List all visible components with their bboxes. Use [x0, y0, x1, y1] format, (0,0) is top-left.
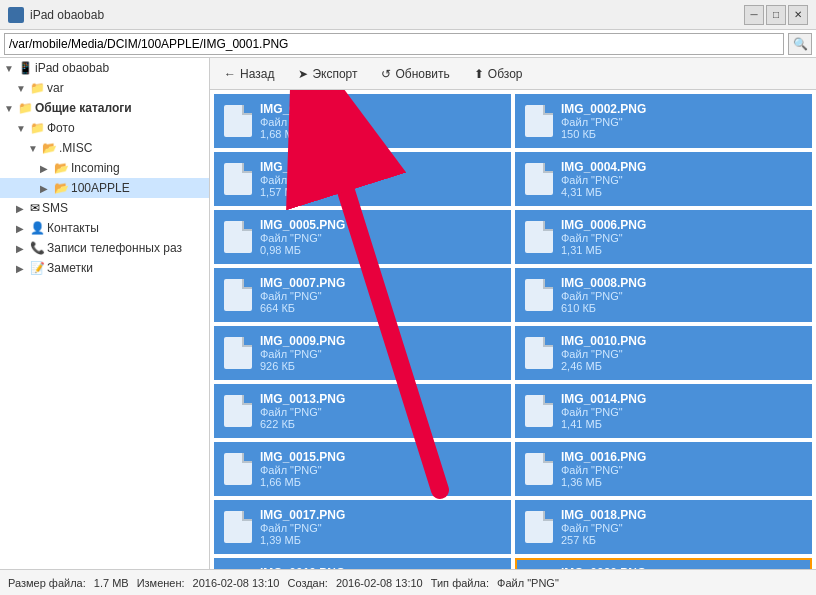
file-size: 1,66 МБ [260, 476, 345, 488]
window-title: iPad obaobab [30, 8, 104, 22]
sidebar-item-misc[interactable]: ▼📂.MISC [0, 138, 209, 158]
browse-button[interactable]: ⬆ Обзор [468, 65, 529, 83]
file-icon [224, 395, 252, 427]
file-item[interactable]: IMG_0001.PNGФайл "PNG"1,68 МБ [214, 94, 511, 148]
file-name: IMG_0003.PNG [260, 160, 345, 174]
tree-icon-ipad-root: 📱 [18, 61, 33, 75]
file-item[interactable]: IMG_0018.PNGФайл "PNG"257 КБ [515, 500, 812, 554]
file-item[interactable]: IMG_0016.PNGФайл "PNG"1,36 МБ [515, 442, 812, 496]
file-item[interactable]: IMG_0020.PNGФайл "PNG"1,08 МБ [515, 558, 812, 569]
back-label: Назад [240, 67, 274, 81]
file-size: 1,41 МБ [561, 418, 646, 430]
file-icon [525, 221, 553, 253]
sidebar-item-ipad-root[interactable]: ▼📱iPad obaobab [0, 58, 209, 78]
created-label: Создан: [287, 577, 327, 589]
sidebar-item-calls[interactable]: ▶📞Записи телефонных раз [0, 238, 209, 258]
tree-label-foto: Фото [47, 121, 75, 135]
toolbar: ← Назад ➤ Экспорт ↺ Обновить ⬆ Обзор [210, 58, 816, 90]
close-button[interactable]: ✕ [788, 5, 808, 25]
minimize-button[interactable]: ─ [744, 5, 764, 25]
file-item[interactable]: IMG_0007.PNGФайл "PNG"664 КБ [214, 268, 511, 322]
file-info: IMG_0003.PNGФайл "PNG"1,57 МБ [260, 160, 345, 198]
sidebar-item-incoming[interactable]: ▶📂Incoming [0, 158, 209, 178]
file-icon [525, 337, 553, 369]
file-item[interactable]: IMG_0014.PNGФайл "PNG"1,41 МБ [515, 384, 812, 438]
content-wrapper: ← Назад ➤ Экспорт ↺ Обновить ⬆ Обзор IMG… [210, 58, 816, 569]
tree-label-calls: Записи телефонных раз [47, 241, 182, 255]
status-bar: Размер файла: 1.7 MB Изменен: 2016-02-08… [0, 569, 816, 595]
file-type: Файл "PNG" [260, 290, 345, 302]
size-label: Размер файла: [8, 577, 86, 589]
sidebar-item-sms[interactable]: ▶✉SMS [0, 198, 209, 218]
tree-label-general: Общие каталоги [35, 101, 132, 115]
file-name: IMG_0016.PNG [561, 450, 646, 464]
file-size: 664 КБ [260, 302, 345, 314]
file-info: IMG_0018.PNGФайл "PNG"257 КБ [561, 508, 646, 546]
file-grid: IMG_0001.PNGФайл "PNG"1,68 МБIMG_0002.PN… [210, 90, 816, 569]
tree-icon-general: 📁 [18, 101, 33, 115]
expand-icon-notes: ▶ [16, 263, 28, 274]
file-item[interactable]: IMG_0004.PNGФайл "PNG"4,31 МБ [515, 152, 812, 206]
file-item[interactable]: IMG_0017.PNGФайл "PNG"1,39 МБ [214, 500, 511, 554]
file-type: Файл "PNG" [561, 232, 646, 244]
expand-icon-misc: ▼ [28, 143, 40, 154]
tree-icon-sms: ✉ [30, 201, 40, 215]
sidebar-item-apple100[interactable]: ▶📂100APPLE [0, 178, 209, 198]
file-size: 4,31 МБ [561, 186, 646, 198]
file-size: 0,98 МБ [260, 244, 345, 256]
app-icon [8, 7, 24, 23]
sidebar-item-foto[interactable]: ▼📁Фото [0, 118, 209, 138]
file-item[interactable]: IMG_0010.PNGФайл "PNG"2,46 МБ [515, 326, 812, 380]
file-size: 926 КБ [260, 360, 345, 372]
tree-icon-contacts: 👤 [30, 221, 45, 235]
file-size: 610 КБ [561, 302, 646, 314]
sidebar-item-var[interactable]: ▼📁var [0, 78, 209, 98]
file-info: IMG_0009.PNGФайл "PNG"926 КБ [260, 334, 345, 372]
file-info: IMG_0016.PNGФайл "PNG"1,36 МБ [561, 450, 646, 488]
file-name: IMG_0014.PNG [561, 392, 646, 406]
expand-icon-general: ▼ [4, 103, 16, 114]
refresh-button[interactable]: ↺ Обновить [375, 65, 455, 83]
file-item[interactable]: IMG_0003.PNGФайл "PNG"1,57 МБ [214, 152, 511, 206]
file-type: Файл "PNG" [561, 290, 646, 302]
address-input[interactable] [4, 33, 784, 55]
tree-label-sms: SMS [42, 201, 68, 215]
file-item[interactable]: IMG_0019.PNGФайл "PNG"1,20 МБ [214, 558, 511, 569]
file-item[interactable]: IMG_0008.PNGФайл "PNG"610 КБ [515, 268, 812, 322]
file-name: IMG_0009.PNG [260, 334, 345, 348]
file-size: 2,46 МБ [561, 360, 646, 372]
browse-icon: ⬆ [474, 67, 484, 81]
file-info: IMG_0002.PNGФайл "PNG"150 КБ [561, 102, 646, 140]
file-type: Файл "PNG" [561, 406, 646, 418]
file-type: Файл "PNG" [561, 116, 646, 128]
back-button[interactable]: ← Назад [218, 65, 280, 83]
expand-icon-var: ▼ [16, 83, 28, 94]
sidebar-item-contacts[interactable]: ▶👤Контакты [0, 218, 209, 238]
tree-icon-calls: 📞 [30, 241, 45, 255]
back-icon: ← [224, 67, 236, 81]
file-item[interactable]: IMG_0009.PNGФайл "PNG"926 КБ [214, 326, 511, 380]
sidebar-item-notes[interactable]: ▶📝Заметки [0, 258, 209, 278]
file-name: IMG_0001.PNG [260, 102, 345, 116]
sidebar-item-general[interactable]: ▼📁Общие каталоги [0, 98, 209, 118]
file-type: Файл "PNG" [561, 522, 646, 534]
file-size: 622 КБ [260, 418, 345, 430]
search-button[interactable]: 🔍 [788, 33, 812, 55]
tree-label-ipad-root: iPad obaobab [35, 61, 109, 75]
title-bar: iPad obaobab ─ □ ✕ [0, 0, 816, 30]
file-info: IMG_0017.PNGФайл "PNG"1,39 МБ [260, 508, 345, 546]
file-item[interactable]: IMG_0013.PNGФайл "PNG"622 КБ [214, 384, 511, 438]
file-item[interactable]: IMG_0006.PNGФайл "PNG"1,31 МБ [515, 210, 812, 264]
file-item[interactable]: IMG_0002.PNGФайл "PNG"150 КБ [515, 94, 812, 148]
file-icon [525, 395, 553, 427]
file-item[interactable]: IMG_0015.PNGФайл "PNG"1,66 МБ [214, 442, 511, 496]
tree-label-notes: Заметки [47, 261, 93, 275]
expand-icon-contacts: ▶ [16, 223, 28, 234]
export-button[interactable]: ➤ Экспорт [292, 65, 363, 83]
address-bar: 🔍 [0, 30, 816, 58]
file-item[interactable]: IMG_0005.PNGФайл "PNG"0,98 МБ [214, 210, 511, 264]
maximize-button[interactable]: □ [766, 5, 786, 25]
file-info: IMG_0014.PNGФайл "PNG"1,41 МБ [561, 392, 646, 430]
file-name: IMG_0005.PNG [260, 218, 345, 232]
file-name: IMG_0019.PNG [260, 566, 345, 569]
